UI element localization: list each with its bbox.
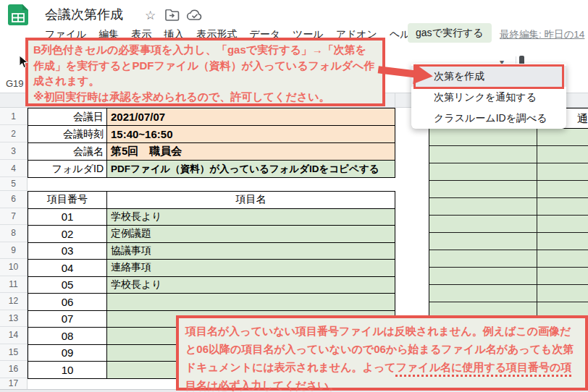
cell-item-number[interactable]: 04	[28, 260, 107, 277]
doc-title[interactable]: 会議次第作成	[45, 6, 123, 23]
row-header[interactable]: 6	[0, 191, 27, 208]
row-header[interactable]: 9	[0, 242, 27, 260]
cell-empty[interactable]	[429, 198, 537, 216]
cell-empty[interactable]	[537, 198, 588, 216]
row-header[interactable]: 4	[0, 160, 27, 177]
cell-label-folder-id[interactable]: フォルダID	[28, 161, 107, 178]
name-box[interactable]: G19	[6, 78, 24, 89]
cell-item-name[interactable]: 学校長より	[107, 209, 395, 226]
table-row	[429, 163, 588, 181]
cell-empty[interactable]	[537, 285, 588, 302]
mouse-cursor-icon	[19, 55, 30, 69]
row-headers[interactable]: 1 2 3 4 5 6 7 8 9 10 11 12 13 14 15 16 1…	[0, 108, 28, 389]
cell-empty[interactable]	[429, 181, 537, 198]
cell-empty[interactable]	[537, 250, 588, 268]
table-row	[429, 285, 588, 302]
cell-empty[interactable]	[429, 285, 537, 302]
meeting-info-table: 会議日 2021/07/07 会議時刻 15:40~16:50 会議名 第5回 …	[28, 108, 395, 178]
row-header[interactable]: 5	[0, 177, 27, 191]
row-header[interactable]: 12	[0, 293, 27, 310]
row-header[interactable]: 16	[0, 361, 27, 378]
cell-value-meeting-time[interactable]: 15:40~16:50	[107, 126, 395, 143]
col-header-item-number[interactable]: 項目番号	[28, 192, 107, 209]
cell-empty[interactable]	[429, 129, 537, 146]
cell-empty[interactable]	[537, 163, 588, 181]
row-header[interactable]: 2	[0, 125, 27, 142]
cell-empty[interactable]	[429, 163, 537, 181]
row-header[interactable]: 7	[0, 208, 27, 226]
last-edit-link[interactable]: 最終編集: 昨日の14	[500, 28, 584, 41]
table-row: 03 協議事項	[28, 243, 395, 260]
cell-value-meeting-name[interactable]: 第5回 職員会	[107, 143, 395, 161]
cell-empty[interactable]	[537, 146, 588, 163]
cell-item-number[interactable]: 08	[28, 328, 107, 345]
row-header[interactable]: 8	[0, 225, 27, 242]
table-row	[429, 233, 588, 250]
table-row: 06	[28, 294, 395, 311]
cell-item-number[interactable]: 10	[28, 362, 107, 379]
cell-item-number[interactable]: 06	[28, 294, 107, 311]
table-row: 会議名 第5回 職員会	[28, 143, 395, 161]
table-row	[429, 198, 588, 216]
top-bar: 会議次第作成 ☆	[0, 0, 588, 26]
sheets-logo-icon	[8, 4, 28, 26]
row-header[interactable]: 13	[0, 310, 27, 328]
cell-empty[interactable]	[537, 216, 588, 233]
cell-item-number[interactable]: 09	[28, 345, 107, 362]
table-row: フォルダID PDFファイル（資料）が入っているフォルダIDをコピペする	[28, 161, 395, 178]
cloud-status-icon[interactable]	[187, 9, 203, 21]
cell-empty[interactable]	[429, 233, 537, 250]
note-text: B列色付きセルの必要事項を入力し、「gasで実行する」→「次第を作成」を実行する…	[33, 43, 374, 87]
cell-value-meeting-date[interactable]: 2021/07/07	[107, 108, 395, 126]
table-row: 05 学校長より	[28, 277, 395, 294]
cell-empty[interactable]	[429, 250, 537, 268]
star-icon[interactable]: ☆	[145, 8, 156, 23]
table-row	[429, 268, 588, 285]
table-row	[429, 250, 588, 268]
top-annotation-note: B列色付きセルの必要事項を入力し、「gasで実行する」→「次第を作成」を実行する…	[25, 38, 385, 106]
menu-gas-custom[interactable]: gasで実行する	[408, 23, 492, 43]
cell-label-meeting-name[interactable]: 会議名	[28, 143, 107, 161]
cell-item-name[interactable]: 学校長より	[107, 277, 395, 294]
move-folder-icon[interactable]	[165, 9, 180, 21]
cell-empty[interactable]	[537, 233, 588, 250]
cell-item-name[interactable]: 協議事項	[107, 243, 395, 260]
cell-empty[interactable]	[537, 268, 588, 285]
row-header[interactable]: 17	[0, 378, 27, 390]
cell-item-number[interactable]: 02	[28, 226, 107, 243]
row-header[interactable]: 11	[0, 276, 27, 294]
cell-item-number[interactable]: 01	[28, 209, 107, 226]
cell-item-number[interactable]: 07	[28, 311, 107, 328]
cell-item-name[interactable]: 定例議題	[107, 226, 395, 243]
menu-item-lookup-classroom-id[interactable]: クラスルームIDを調べる	[411, 108, 566, 129]
cell-empty[interactable]	[429, 216, 537, 233]
cell-empty[interactable]	[537, 181, 588, 198]
row-header[interactable]: 15	[0, 344, 27, 362]
table-header-row: 項目番号 項目名	[28, 192, 395, 209]
cell-empty[interactable]	[429, 268, 537, 285]
col-header-item-name[interactable]: 項目名	[107, 192, 395, 209]
cell-empty[interactable]	[429, 146, 537, 163]
note-text: ※初回実行時は承認を求められるので、許可してください。	[33, 90, 330, 103]
cell-item-name[interactable]: 連絡事項	[107, 260, 395, 277]
row-header[interactable]: 10	[0, 259, 27, 276]
cell-item-number[interactable]: 05	[28, 277, 107, 294]
right-table-header-label: 通	[577, 112, 588, 126]
row-header[interactable]: 14	[0, 327, 27, 344]
cell-label-meeting-date[interactable]: 会議日	[28, 108, 107, 126]
table-row: 会議日 2021/07/07	[28, 108, 395, 126]
google-sheets-window: 会議次第作成 ☆ ファイル 編集 表示 挿入 表示形式 データ ツール アドオン…	[0, 0, 588, 392]
table-row: 会議時刻 15:40~16:50	[28, 126, 395, 143]
bottom-annotation-note: 項目名が入っていない項目番号ファイルは反映されません。例えばこの画像だと06以降…	[176, 315, 588, 391]
cell-value-folder-id[interactable]: PDFファイル（資料）が入っているフォルダIDをコピペする	[107, 161, 395, 178]
cell-label-meeting-time[interactable]: 会議時刻	[28, 126, 107, 143]
table-row: 02 定例議題	[28, 226, 395, 243]
menu-item-notify-agenda-link[interactable]: 次第リンクを通知する	[411, 87, 566, 108]
row-header[interactable]: 3	[0, 142, 27, 160]
cell-empty[interactable]	[537, 129, 588, 146]
cell-item-number[interactable]: 03	[28, 243, 107, 260]
cell-item-name[interactable]	[107, 294, 395, 311]
table-row	[429, 129, 588, 146]
row-header[interactable]: 1	[0, 108, 27, 125]
table-row: 01 学校長より	[28, 209, 395, 226]
